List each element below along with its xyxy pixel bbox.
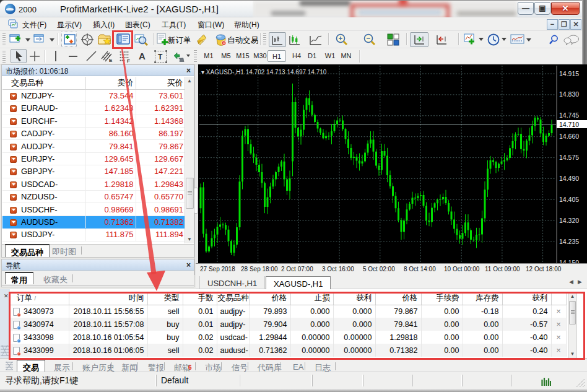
svg-text:14.235: 14.235 [559,238,579,245]
svg-text:14.490: 14.490 [559,175,579,182]
svg-text:14.745: 14.745 [559,111,579,119]
svg-text:14.830: 14.830 [559,90,579,98]
svg-text:14.405: 14.405 [559,196,579,203]
svg-text:14.320: 14.320 [559,217,579,224]
svg-text:14.660: 14.660 [559,133,579,140]
svg-text:14.710: 14.710 [559,121,579,128]
svg-text:14.915: 14.915 [559,70,579,77]
svg-text:14.150: 14.150 [559,259,579,264]
svg-text:14.575: 14.575 [559,154,579,161]
svg-text:▾ XAGUSD-,H1 14.702 14.713 14.: ▾ XAGUSD-,H1 14.702 14.713 14.697 14.710 [201,69,327,76]
